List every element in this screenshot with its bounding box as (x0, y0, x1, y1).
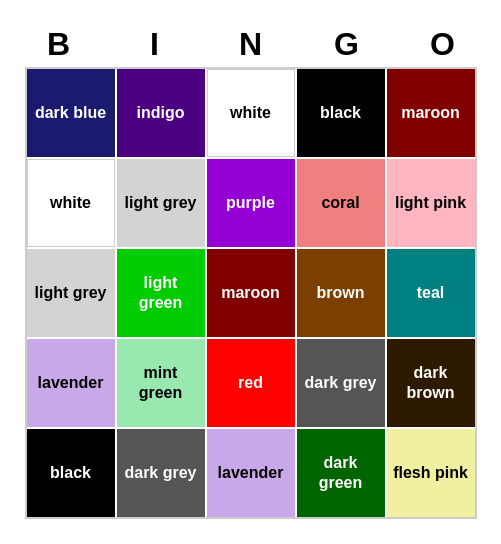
bingo-cell: indigo (117, 69, 205, 157)
bingo-header-letter: G (303, 26, 391, 63)
bingo-cell: maroon (207, 249, 295, 337)
bingo-cell: dark grey (297, 339, 385, 427)
bingo-cell: mint green (117, 339, 205, 427)
bingo-cell: teal (387, 249, 475, 337)
bingo-cell: black (27, 429, 115, 517)
bingo-cell: dark green (297, 429, 385, 517)
bingo-header-letter: O (399, 26, 487, 63)
bingo-cell: dark grey (117, 429, 205, 517)
bingo-cell: coral (297, 159, 385, 247)
bingo-cell: dark blue (27, 69, 115, 157)
bingo-grid: dark blueindigowhiteblackmaroonwhiteligh… (25, 67, 477, 519)
bingo-cell: lavender (207, 429, 295, 517)
bingo-cell: maroon (387, 69, 475, 157)
bingo-header-letter: I (111, 26, 199, 63)
bingo-grid-wrapper: dark blueindigowhiteblackmaroonwhiteligh… (25, 67, 477, 519)
bingo-cell: light pink (387, 159, 475, 247)
bingo-header: BINGO (11, 26, 491, 63)
bingo-cell: black (297, 69, 385, 157)
bingo-header-letter: B (15, 26, 103, 63)
bingo-header-letter: N (207, 26, 295, 63)
bingo-cell: white (27, 159, 115, 247)
bingo-cell: white (207, 69, 295, 157)
bingo-cell: red (207, 339, 295, 427)
bingo-cell: lavender (27, 339, 115, 427)
bingo-cell: flesh pink (387, 429, 475, 517)
bingo-cell: light grey (27, 249, 115, 337)
bingo-container: BINGO dark blueindigowhiteblackmaroonwhi… (11, 26, 491, 519)
bingo-cell: brown (297, 249, 385, 337)
bingo-cell: dark brown (387, 339, 475, 427)
bingo-cell: light grey (117, 159, 205, 247)
bingo-cell: purple (207, 159, 295, 247)
bingo-cell: light green (117, 249, 205, 337)
